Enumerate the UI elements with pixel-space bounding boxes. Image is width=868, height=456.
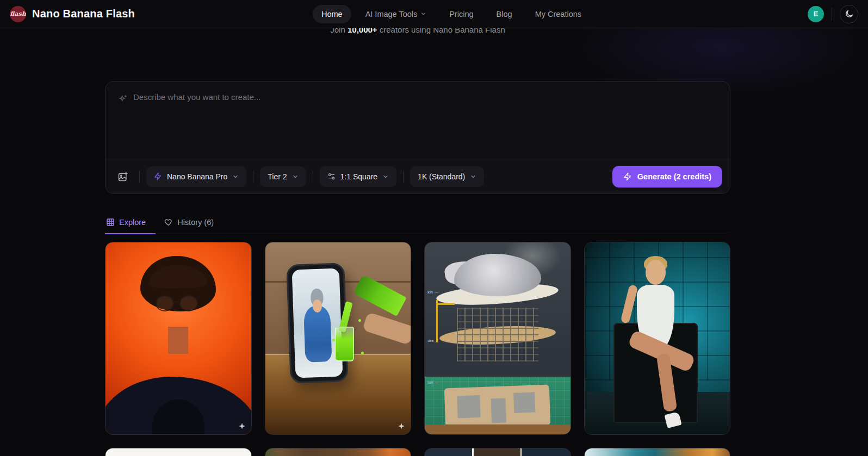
- zap-icon: [154, 172, 162, 180]
- model-select[interactable]: Nano Banana Pro: [146, 166, 246, 187]
- composer-toolbar: Nano Banana Pro Tier 2 1:1 Square: [106, 159, 730, 193]
- brand[interactable]: flash Nano Banana Flash: [10, 6, 135, 22]
- chevron-down-icon: [232, 173, 239, 180]
- prompt-area: [106, 82, 730, 159]
- moon-icon: [845, 9, 854, 18]
- upload-image-button[interactable]: [113, 167, 133, 186]
- chevron-down-icon: [292, 173, 299, 180]
- chevron-down-icon: [420, 11, 426, 17]
- page-content: Join 10,000+ creators using Nano Banana …: [105, 28, 730, 456]
- generate-button[interactable]: Generate (2 credits): [612, 166, 722, 188]
- theme-toggle-button[interactable]: [840, 5, 858, 23]
- nav-item-label: AI Image Tools: [365, 10, 418, 18]
- gallery-card-partial-4[interactable]: [584, 448, 731, 456]
- chevron-down-icon: [382, 173, 389, 180]
- navbar-right: E: [808, 5, 858, 23]
- toolbar-divider: [403, 171, 404, 183]
- toolbar-divider: [313, 171, 313, 183]
- gallery-image-orange-portrait: [106, 242, 251, 434]
- gallery-card-portrait[interactable]: [105, 242, 252, 435]
- gallery-card-phone-pour[interactable]: [265, 242, 412, 435]
- resolution-value: 1K (Standard): [418, 172, 465, 181]
- gallery-card-partial-2[interactable]: [265, 448, 412, 456]
- navbar: flash Nano Banana Flash Home AI Image To…: [0, 0, 868, 28]
- tab-explore[interactable]: Explore: [105, 213, 156, 234]
- sliders-icon: [327, 172, 336, 180]
- tier-select-value: Tier 2: [268, 172, 287, 181]
- tab-history-label: History (6): [177, 218, 214, 227]
- prompt-input[interactable]: [133, 92, 718, 148]
- chevron-down-icon: [470, 173, 476, 180]
- gallery-card-architecture-model[interactable]: kin ure ion: [424, 242, 571, 435]
- gallery-grid-row2: [105, 448, 730, 456]
- nav-item-blog[interactable]: Blog: [488, 5, 521, 23]
- model-label-foundation: ion: [427, 380, 438, 384]
- grid-icon: [106, 218, 115, 227]
- sparkle-watermark-icon: [238, 422, 246, 430]
- heart-icon: [164, 218, 173, 227]
- main-nav: Home AI Image Tools Pricing Blog My Crea…: [313, 5, 590, 23]
- nav-item-pricing[interactable]: Pricing: [441, 5, 482, 23]
- brand-name: Nano Banana Flash: [32, 8, 135, 20]
- nav-item-my-creations[interactable]: My Creations: [526, 5, 590, 23]
- nav-item-home[interactable]: Home: [313, 5, 351, 23]
- image-plus-icon: [117, 171, 128, 182]
- tier-select[interactable]: Tier 2: [260, 166, 306, 187]
- model-label-structure: ure: [427, 339, 439, 342]
- gallery-image-phone-winter-pour: [265, 242, 411, 434]
- nav-item-ai-image-tools[interactable]: AI Image Tools: [357, 5, 436, 23]
- toolbar-divider: [253, 171, 253, 183]
- aspect-ratio-select[interactable]: 1:1 Square: [320, 166, 397, 187]
- tab-history[interactable]: History (6): [163, 213, 224, 234]
- gallery-card-noir-woman[interactable]: [584, 242, 731, 435]
- navbar-divider: [832, 8, 832, 21]
- model-label-skin: kin: [427, 290, 438, 294]
- gallery-tabs: Explore History (6): [105, 213, 730, 234]
- zap-icon: [623, 172, 632, 181]
- toolbar-divider: [139, 171, 140, 183]
- user-avatar[interactable]: E: [808, 6, 824, 22]
- aspect-ratio-value: 1:1 Square: [340, 172, 378, 181]
- model-select-value: Nano Banana Pro: [167, 172, 227, 181]
- sparkles-icon: [117, 94, 128, 104]
- generate-button-label: Generate (2 credits): [637, 172, 711, 181]
- gallery-card-partial-1[interactable]: [105, 448, 252, 456]
- sparkle-watermark-icon: [398, 422, 405, 430]
- gallery-card-partial-3[interactable]: [424, 448, 571, 456]
- resolution-select[interactable]: 1K (Standard): [410, 166, 484, 187]
- gallery-image-teal-noir-portrait: [585, 242, 730, 434]
- prompt-composer: Nano Banana Pro Tier 2 1:1 Square: [105, 81, 730, 194]
- gallery-image-exploded-architecture: kin ure ion: [425, 242, 571, 434]
- brand-logo-icon: flash: [10, 6, 26, 22]
- gallery-grid: kin ure ion: [105, 242, 730, 435]
- tab-explore-label: Explore: [119, 218, 146, 227]
